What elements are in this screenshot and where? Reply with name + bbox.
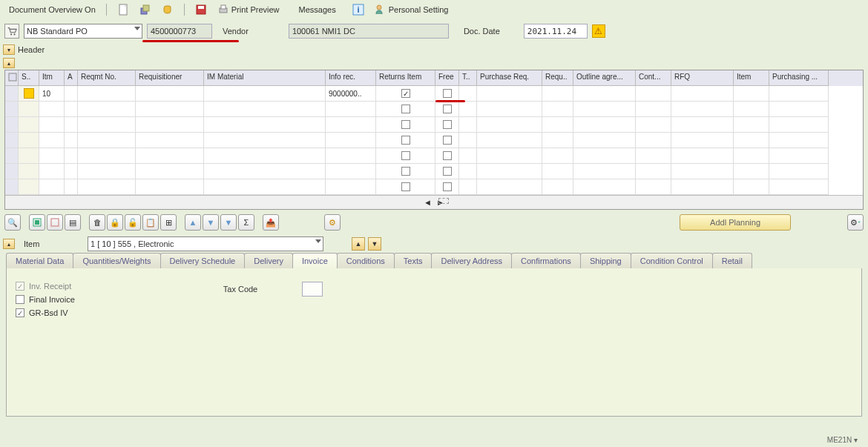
cell[interactable] [65, 86, 78, 102]
cell[interactable] [769, 179, 829, 195]
table-row[interactable]: 109000000.. [5, 86, 863, 102]
tab-confirmations[interactable]: Confirmations [511, 253, 581, 268]
table-row[interactable] [5, 164, 863, 179]
config-button[interactable]: ⚙ [324, 214, 341, 231]
warning-icon[interactable] [592, 24, 605, 38]
vendor-field[interactable]: 100061 NMI1 DC [289, 24, 449, 39]
cell[interactable] [734, 164, 769, 179]
messages-button[interactable]: Messages [296, 4, 339, 16]
cell[interactable] [636, 179, 671, 195]
tax-code-field[interactable] [302, 282, 323, 297]
cell[interactable] [326, 117, 376, 133]
info-icon[interactable]: i [349, 2, 367, 17]
cell[interactable] [326, 164, 376, 179]
cell[interactable] [204, 133, 326, 148]
column-header[interactable]: Requ.. [542, 70, 573, 86]
cell[interactable] [542, 164, 573, 179]
cell[interactable] [671, 148, 734, 164]
po-number-field[interactable]: 4500000773 [147, 24, 212, 39]
column-header[interactable]: Returns Item [376, 70, 435, 86]
cell[interactable] [477, 133, 542, 148]
export-button[interactable]: 📤 [263, 214, 279, 231]
delete-button[interactable]: 🗑 [89, 214, 105, 231]
cell[interactable] [671, 102, 734, 117]
column-header[interactable]: Itm [39, 70, 65, 86]
other-po-icon[interactable] [137, 2, 154, 17]
detail-button[interactable]: 🔍 [4, 214, 21, 231]
cell[interactable] [326, 179, 376, 195]
cell[interactable] [734, 179, 769, 195]
cell[interactable] [734, 86, 769, 102]
cell[interactable] [19, 133, 39, 148]
final-invoice-checkbox[interactable] [16, 295, 24, 304]
item-prev-button[interactable]: ▲ [352, 237, 365, 251]
cell[interactable] [542, 86, 573, 102]
lock-button[interactable]: 🔒 [107, 214, 123, 231]
row-selector[interactable] [5, 117, 19, 133]
cell[interactable] [136, 148, 204, 164]
column-header[interactable]: RFQ [671, 70, 734, 86]
cell[interactable] [769, 148, 829, 164]
cell[interactable] [636, 164, 671, 179]
cell[interactable] [39, 133, 65, 148]
item-selector-dropdown[interactable]: 1 [ 10 ] 555 , Electronic [88, 236, 323, 251]
unlock-button[interactable]: 🔓 [125, 214, 141, 231]
cell[interactable] [39, 179, 65, 195]
returns-checkbox[interactable] [401, 105, 410, 113]
column-header[interactable]: T.. [459, 70, 477, 86]
free-checkbox[interactable] [443, 120, 452, 129]
save-icon[interactable] [192, 2, 210, 17]
item-next-button[interactable]: ▼ [368, 237, 381, 251]
cell[interactable] [65, 179, 78, 195]
tab-material-data[interactable]: Material Data [6, 253, 73, 268]
sort-asc-button[interactable]: ▲ [185, 214, 201, 231]
cell[interactable] [671, 117, 734, 133]
cell[interactable] [204, 148, 326, 164]
cell[interactable]: 9000000.. [326, 86, 376, 102]
inv-receipt-checkbox[interactable] [16, 282, 24, 291]
cell[interactable] [542, 179, 573, 195]
cell[interactable] [477, 117, 542, 133]
cell[interactable] [573, 148, 636, 164]
cell[interactable] [78, 179, 136, 195]
column-header[interactable]: Purchasing ... [769, 70, 829, 86]
cell[interactable] [671, 133, 734, 148]
cell[interactable] [573, 164, 636, 179]
cell[interactable] [769, 86, 829, 102]
cell[interactable] [573, 102, 636, 117]
cell[interactable] [65, 164, 78, 179]
cell[interactable] [573, 117, 636, 133]
tab-quantities-weights[interactable]: Quantities/Weights [73, 253, 160, 268]
cell[interactable] [326, 102, 376, 117]
returns-checkbox[interactable] [401, 89, 410, 98]
doc-overview-toggle[interactable]: Document Overview On [6, 4, 99, 16]
cell[interactable] [734, 117, 769, 133]
cell[interactable] [636, 117, 671, 133]
cell[interactable] [435, 164, 459, 179]
sort-desc-button[interactable]: ▼ [203, 214, 219, 231]
cell[interactable] [459, 179, 477, 195]
cell[interactable] [542, 102, 573, 117]
cell[interactable] [78, 164, 136, 179]
tab-delivery-schedule[interactable]: Delivery Schedule [160, 253, 246, 268]
details-button[interactable]: ⊞ [160, 214, 177, 231]
cell[interactable] [376, 117, 435, 133]
column-header[interactable]: Reqmt No. [78, 70, 136, 86]
cell[interactable] [671, 179, 734, 195]
personal-setting-button[interactable]: Personal Setting [372, 2, 452, 17]
cell[interactable] [636, 86, 671, 102]
free-checkbox[interactable] [443, 151, 452, 160]
cell[interactable] [542, 148, 573, 164]
cell[interactable] [636, 148, 671, 164]
cell[interactable] [376, 86, 435, 102]
free-checkbox[interactable] [443, 105, 452, 113]
cell[interactable] [78, 117, 136, 133]
returns-checkbox[interactable] [401, 120, 410, 129]
cell[interactable] [573, 179, 636, 195]
row-selector[interactable] [5, 86, 19, 102]
cell[interactable] [459, 164, 477, 179]
cell[interactable] [573, 133, 636, 148]
item-detail-expand-button[interactable]: ▴ [3, 239, 15, 249]
cell[interactable] [435, 133, 459, 148]
tab-delivery-address[interactable]: Delivery Address [431, 253, 512, 268]
